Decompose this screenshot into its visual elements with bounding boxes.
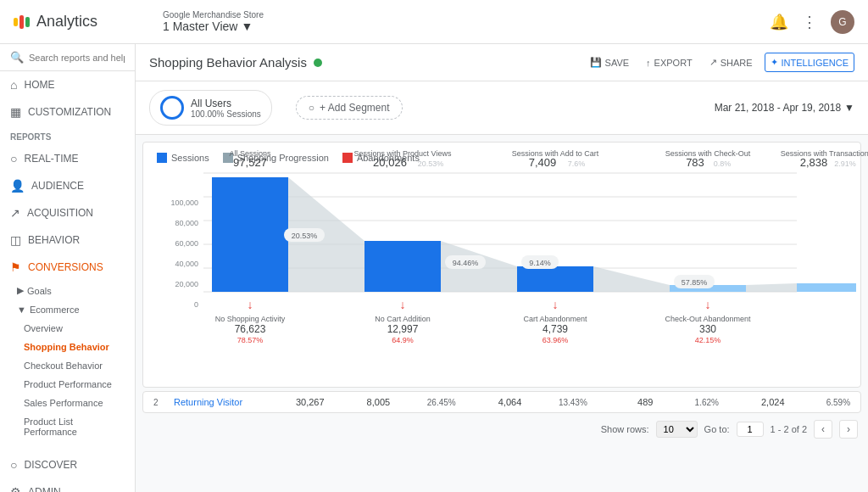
row-cell-6: 1.62% — [659, 398, 719, 407]
abandon-value-3: 330 — [699, 323, 716, 335]
sidebar-item-acquisition[interactable]: ↗ ACQUISITION — [0, 199, 135, 226]
save-icon: 💾 — [590, 57, 602, 68]
abandon-pct-3: 42.15% — [695, 336, 721, 344]
master-view-selector[interactable]: 1 Master View ▼ — [163, 20, 264, 33]
logo-bar-green — [25, 17, 30, 27]
add-segment-button[interactable]: ○ + Add Segment — [296, 96, 403, 120]
report-title: Shopping Behavior Analysis — [149, 55, 307, 70]
segment-info: All Users 100.00% Sessions — [191, 98, 261, 119]
sidebar-item-admin[interactable]: ⚙ ADMIN — [0, 478, 135, 492]
sidebar-item-audience[interactable]: 👤 AUDIENCE — [0, 172, 135, 199]
user-avatar[interactable]: G — [831, 10, 854, 34]
realtime-icon: ○ — [10, 152, 17, 165]
export-button[interactable]: ↑ EXPORT — [641, 54, 698, 71]
sidebar-item-admin-label: ADMIN — [28, 486, 61, 492]
behavior-icon: ◫ — [10, 233, 21, 247]
sidebar-item-product-performance[interactable]: Product Performance — [0, 375, 135, 394]
sidebar-item-overview[interactable]: Overview — [0, 319, 135, 338]
abandon-label-1: No Cart Addition — [375, 315, 431, 323]
header-right: 🔔 ⋮ G — [770, 10, 854, 34]
legend-sessions-color — [157, 153, 167, 163]
prev-page-button[interactable]: ‹ — [814, 420, 832, 439]
abandon-value-1: 12,997 — [387, 323, 419, 335]
analytics-logo — [14, 15, 30, 29]
sidebar: 🔍 ⌂ HOME ▦ CUSTOMIZATION Reports ○ REAL-… — [0, 44, 136, 492]
sidebar-item-customization[interactable]: ▦ CUSTOMIZATION — [0, 98, 135, 126]
abandon-arrow-3: ↓ — [553, 298, 559, 311]
sidebar-item-sales-performance[interactable]: Sales Performance — [0, 394, 135, 412]
top-header: Analytics Google Merchandise Store 1 Mas… — [0, 0, 868, 44]
sidebar-search-area: 🔍 — [0, 44, 135, 71]
sidebar-item-shopping-behavior[interactable]: Shopping Behavior — [0, 338, 135, 356]
funnel-connector-4 — [746, 283, 797, 292]
pagination-area: Show rows: 10 25 50 100 Go to: 1 - 2 of … — [136, 417, 868, 442]
y-label-5: 20,000 — [157, 280, 203, 288]
col-pct-3: 0.8% — [714, 159, 732, 168]
y-label-1: 100,000 — [157, 198, 203, 207]
next-page-button[interactable]: › — [839, 420, 858, 439]
sidebar-item-realtime-label: REAL-TIME — [24, 153, 78, 165]
abandon-arrow-2: ↓ — [400, 298, 406, 311]
home-icon: ⌂ — [10, 78, 17, 92]
bar-product-views — [364, 241, 441, 292]
intelligence-button[interactable]: ✦ INTELLIGENCE — [765, 53, 854, 72]
sidebar-item-behavior[interactable]: ◫ BEHAVIOR — [0, 226, 135, 254]
acquisition-icon: ↗ — [10, 206, 20, 220]
all-users-segment[interactable]: All Users 100.00% Sessions — [149, 90, 272, 126]
sidebar-item-conversions[interactable]: ⚑ CONVERSIONS — [0, 254, 135, 281]
sidebar-item-discover-label: DISCOVER — [24, 459, 77, 471]
funnel-pct-4: 57.85% — [682, 278, 708, 287]
rows-per-page-select[interactable]: 10 25 50 100 — [656, 421, 698, 438]
sidebar-goals-group[interactable]: ▶ Goals — [0, 281, 135, 300]
sidebar-item-conversions-label: CONVERSIONS — [28, 261, 103, 273]
sidebar-item-discover[interactable]: ○ DISCOVER — [0, 451, 135, 478]
row-cell-5: 489 — [594, 397, 654, 407]
sidebar-ecommerce-group[interactable]: ▼ Ecommerce — [0, 300, 135, 319]
sidebar-item-acquisition-label: ACQUISITION — [27, 207, 93, 219]
sidebar-item-product-list[interactable]: Product List Performance — [0, 412, 135, 441]
row-cell-2: 26.45% — [397, 398, 456, 407]
sidebar-item-home[interactable]: ⌂ HOME — [0, 71, 135, 98]
col-pct-2: 7.6% — [568, 159, 586, 168]
abandon-arrow-4: ↓ — [705, 298, 711, 311]
funnel-chart-svg: 20.53% 94.46% 9.14% 57.85% ↓ ↓ ↓ ↓ All S… — [203, 173, 797, 377]
date-range-selector[interactable]: Mar 21, 2018 - Apr 19, 2018 ▼ — [715, 102, 854, 114]
bar-all-sessions — [212, 177, 288, 292]
admin-icon: ⚙ — [10, 485, 21, 492]
col-value-1: 20,026 — [373, 156, 407, 169]
bell-icon[interactable]: 🔔 — [770, 13, 788, 31]
logo-bar-red — [19, 15, 24, 29]
share-button[interactable]: ↗ SHARE — [704, 53, 758, 71]
abandon-pct-1: 64.9% — [392, 336, 414, 344]
chart-container: Sessions Shopping Progression Abandonmen… — [142, 142, 861, 388]
ecommerce-expand-icon: ▼ — [17, 305, 26, 315]
logo-bar-yellow — [14, 18, 18, 26]
funnel-connector-3 — [593, 266, 670, 292]
date-chevron-icon: ▼ — [844, 102, 854, 114]
save-button[interactable]: 💾 SAVE — [585, 53, 635, 71]
live-indicator — [314, 59, 322, 67]
report-actions: 💾 SAVE ↑ EXPORT ↗ SHARE ✦ INTELLIGENCE — [585, 53, 854, 72]
sidebar-item-audience-label: AUDIENCE — [31, 180, 84, 192]
row-cell-8: 6.59% — [792, 398, 851, 407]
col-value-4: 2,838 — [800, 156, 828, 169]
segment-bar: All Users 100.00% Sessions ○ + Add Segme… — [136, 81, 868, 135]
more-options-icon[interactable]: ⋮ — [802, 13, 817, 31]
reports-section-label: Reports — [0, 126, 135, 145]
row-cell-0: 30,267 — [265, 397, 325, 407]
segment-name: All Users — [191, 98, 261, 109]
row-cell-7: 2,024 — [726, 397, 785, 407]
row-cell-3: 4,064 — [463, 397, 522, 407]
audience-icon: 👤 — [10, 179, 25, 193]
row-label[interactable]: Returning Visitor — [174, 397, 259, 407]
y-axis: 100,000 80,000 60,000 40,000 20,000 0 — [157, 173, 203, 377]
col-value-3: 783 — [686, 156, 704, 169]
sidebar-item-home-label: HOME — [24, 79, 54, 91]
sidebar-item-checkout-behavior[interactable]: Checkout Behavior — [0, 356, 135, 375]
search-input[interactable] — [29, 53, 125, 63]
sidebar-item-realtime[interactable]: ○ REAL-TIME — [0, 145, 135, 172]
col-value-2: 7,409 — [529, 156, 557, 169]
show-rows-label: Show rows: — [601, 424, 649, 434]
y-label-2: 80,000 — [157, 219, 203, 227]
go-to-page-input[interactable] — [737, 422, 764, 437]
